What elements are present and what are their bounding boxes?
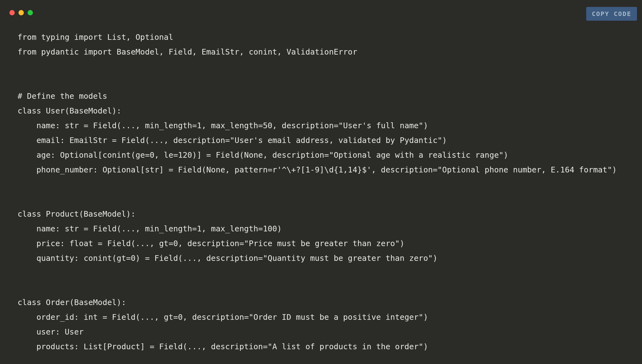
- code-line: from typing import List, Optional: [18, 33, 173, 42]
- code-line: user: User: [18, 327, 84, 336]
- code-line: class Order(BaseModel):: [18, 298, 126, 307]
- close-window-icon[interactable]: [9, 10, 15, 15]
- maximize-window-icon[interactable]: [28, 10, 33, 15]
- copy-code-button[interactable]: COPY CODE: [586, 7, 637, 21]
- code-line: email: EmailStr = Field(..., description…: [18, 136, 447, 145]
- code-line: price: float = Field(..., gt=0, descript…: [18, 239, 404, 248]
- window-controls: [9, 10, 33, 15]
- code-line: order_id: int = Field(..., gt=0, descrip…: [18, 313, 428, 322]
- code-block: from typing import List, Optional from p…: [18, 30, 629, 354]
- code-line: name: str = Field(..., min_length=1, max…: [18, 224, 282, 233]
- minimize-window-icon[interactable]: [18, 10, 24, 15]
- code-line: age: Optional[conint(ge=0, le=120)] = Fi…: [18, 150, 508, 160]
- code-line: from pydantic import BaseModel, Field, E…: [18, 47, 357, 56]
- code-line: class User(BaseModel):: [18, 106, 121, 115]
- code-line: name: str = Field(..., min_length=1, max…: [18, 121, 428, 130]
- code-line: quantity: conint(gt=0) = Field(..., desc…: [18, 254, 438, 263]
- code-line: phone_number: Optional[str] = Field(None…: [18, 165, 617, 174]
- code-line: class Product(BaseModel):: [18, 209, 135, 219]
- code-line: # Define the models: [18, 92, 107, 101]
- code-line: products: List[Product] = Field(..., des…: [18, 342, 428, 351]
